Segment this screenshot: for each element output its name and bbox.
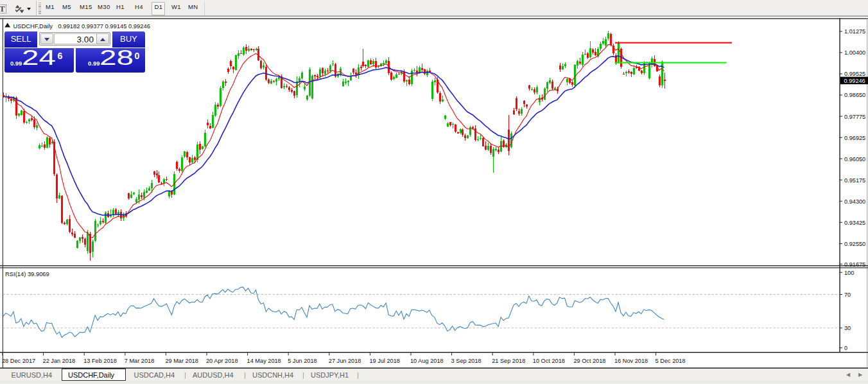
svg-text:0.96050: 0.96050 bbox=[844, 156, 865, 162]
svg-text:70: 70 bbox=[844, 292, 851, 298]
svg-text:0.97775: 0.97775 bbox=[844, 114, 865, 120]
svg-text:10 Aug 2018: 10 Aug 2018 bbox=[410, 358, 444, 364]
svg-text:28 Dec 2017: 28 Dec 2017 bbox=[2, 358, 35, 364]
svg-text:7 Mar 2018: 7 Mar 2018 bbox=[125, 358, 154, 364]
svg-text:0.93425: 0.93425 bbox=[844, 220, 865, 226]
svg-text:29 Mar 2018: 29 Mar 2018 bbox=[165, 358, 198, 364]
svg-text:3 Sep 2018: 3 Sep 2018 bbox=[451, 358, 482, 364]
svg-text:0.99246: 0.99246 bbox=[844, 78, 865, 84]
svg-text:13 Feb 2018: 13 Feb 2018 bbox=[83, 358, 117, 364]
svg-text:1.00400: 1.00400 bbox=[844, 49, 865, 56]
svg-text:29 Oct 2018: 29 Oct 2018 bbox=[573, 358, 605, 364]
svg-text:1.01275: 1.01275 bbox=[844, 28, 865, 35]
svg-text:0.98650: 0.98650 bbox=[844, 92, 865, 98]
svg-text:22 Jan 2018: 22 Jan 2018 bbox=[43, 358, 76, 364]
svg-text:USDCHF,Daily: USDCHF,Daily bbox=[13, 22, 53, 30]
svg-text:20 Apr 2018: 20 Apr 2018 bbox=[206, 358, 238, 364]
svg-text:21 Sep 2018: 21 Sep 2018 bbox=[492, 358, 525, 364]
svg-text:5 Dec 2018: 5 Dec 2018 bbox=[655, 358, 686, 364]
svg-text:0.95175: 0.95175 bbox=[844, 177, 865, 184]
svg-text:RSI(14) 39.9069: RSI(14) 39.9069 bbox=[5, 270, 49, 277]
svg-text:16 Nov 2018: 16 Nov 2018 bbox=[614, 358, 648, 364]
svg-text:0.99525: 0.99525 bbox=[844, 71, 865, 77]
svg-text:10 Oct 2018: 10 Oct 2018 bbox=[533, 358, 565, 364]
svg-text:19 Jul 2018: 19 Jul 2018 bbox=[369, 358, 400, 364]
svg-text:0.92550: 0.92550 bbox=[844, 241, 865, 247]
svg-text:30: 30 bbox=[844, 325, 851, 331]
svg-text:27 Jun 2018: 27 Jun 2018 bbox=[329, 358, 361, 364]
svg-text:0: 0 bbox=[844, 345, 847, 351]
svg-text:100: 100 bbox=[844, 270, 854, 276]
svg-text:0.99182 0.99377 0.99145 0.9924: 0.99182 0.99377 0.99145 0.99246 bbox=[58, 22, 150, 30]
svg-text:0.91675: 0.91675 bbox=[844, 261, 865, 268]
svg-text:14 May 2018: 14 May 2018 bbox=[247, 358, 281, 364]
svg-text:0.96925: 0.96925 bbox=[844, 135, 865, 141]
svg-text:0.94300: 0.94300 bbox=[844, 198, 865, 205]
svg-text:5 Jun 2018: 5 Jun 2018 bbox=[288, 358, 317, 364]
